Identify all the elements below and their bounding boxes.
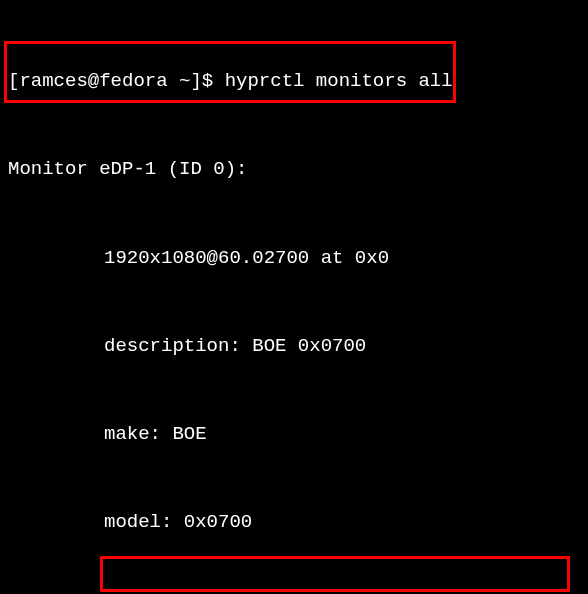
- model-line: model: 0x0700: [4, 508, 584, 537]
- monitor-header: Monitor eDP-1 (ID 0):: [4, 155, 584, 184]
- make-line: make: BOE: [4, 420, 584, 449]
- command-text: hyprctl monitors all: [225, 70, 453, 92]
- prompt-prefix: [ramces@fedora ~]$: [8, 70, 225, 92]
- command-prompt-line: [ramces@fedora ~]$ hyprctl monitors all: [4, 67, 584, 96]
- description-line: description: BOE 0x0700: [4, 332, 584, 361]
- resolution-line: 1920x1080@60.02700 at 0x0: [4, 244, 584, 273]
- terminal-output: [ramces@fedora ~]$ hyprctl monitors all …: [4, 8, 584, 594]
- highlight-available-modes: [100, 556, 570, 592]
